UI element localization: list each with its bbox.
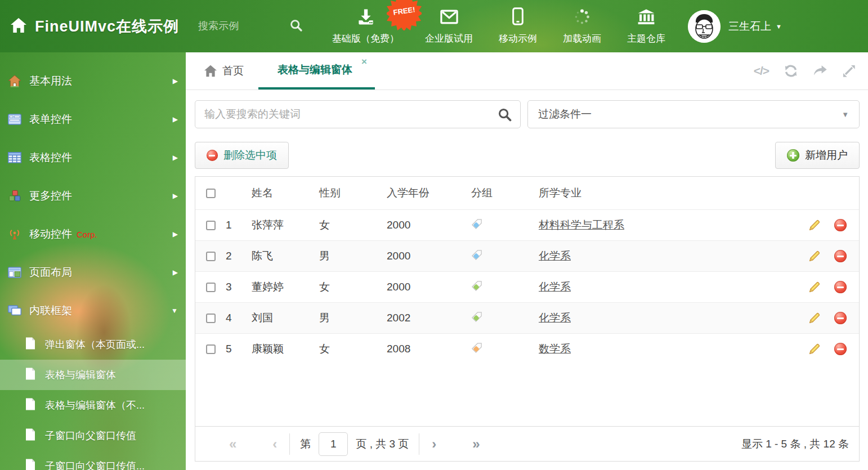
col-name[interactable]: 姓名: [252, 186, 319, 200]
file-icon: [25, 397, 36, 413]
prev-page-button[interactable]: ‹: [270, 436, 279, 452]
add-user-button[interactable]: 新增用户: [775, 142, 860, 169]
keyword-search-input[interactable]: [195, 100, 521, 128]
next-page-button[interactable]: ›: [429, 436, 439, 452]
delete-row-icon[interactable]: [834, 219, 847, 231]
major-link[interactable]: 化学系: [539, 281, 571, 293]
col-year[interactable]: 入学年份: [387, 186, 471, 200]
avatar[interactable]: [688, 10, 721, 43]
major-link[interactable]: 材料科学与工程系: [539, 219, 624, 231]
free-badge: FREE!: [387, 0, 422, 30]
users-grid: 姓名 性别 入学年份 分组 所学专业 1 张萍萍 女 2000 材料科学与工程系: [195, 176, 860, 462]
row-number: 5: [226, 343, 252, 355]
chevron-right-icon: ▶: [173, 192, 178, 200]
edit-pencil-icon[interactable]: [808, 312, 821, 324]
edit-pencil-icon[interactable]: [808, 219, 821, 231]
row-checkbox[interactable]: [206, 344, 216, 354]
tag-icon: [471, 313, 482, 325]
table-row[interactable]: 1 张萍萍 女 2000 材料科学与工程系: [195, 209, 859, 240]
cell-year: 2000: [387, 281, 471, 293]
tag-icon: [471, 282, 482, 294]
edit-pencil-icon[interactable]: [808, 250, 821, 262]
col-major[interactable]: 所学专业: [539, 186, 786, 200]
delete-row-icon[interactable]: [834, 343, 847, 355]
table-row[interactable]: 4 刘国 男 2002 化学系: [195, 302, 859, 333]
page-label-before: 第: [300, 437, 311, 451]
nav-enterprise-trial[interactable]: 企业版试用: [425, 8, 473, 45]
last-page-button[interactable]: »: [470, 436, 482, 452]
col-group[interactable]: 分组: [471, 186, 539, 200]
sidebar-subitem-grid-edit-window[interactable]: 表格与编辑窗体: [0, 360, 186, 390]
main-content: 首页 表格与编辑窗体 × </>: [186, 52, 868, 470]
sidebar-item-more-controls[interactable]: 更多控件 ▶: [0, 181, 186, 211]
nav-theme-store[interactable]: 主题仓库: [627, 8, 665, 45]
row-checkbox[interactable]: [206, 283, 216, 292]
home-icon[interactable]: [10, 17, 27, 35]
user-menu[interactable]: 三生石上 ▼: [688, 10, 782, 43]
edit-pencil-icon[interactable]: [808, 343, 821, 355]
share-icon[interactable]: [813, 64, 827, 78]
cell-gender: 女: [319, 218, 387, 232]
row-number: 4: [226, 312, 252, 324]
row-checkbox[interactable]: [206, 252, 216, 261]
expand-icon[interactable]: [842, 64, 856, 78]
tab-home[interactable]: 首页: [189, 52, 258, 89]
antenna-icon: [8, 227, 21, 241]
first-page-button[interactable]: «: [227, 436, 239, 452]
col-gender[interactable]: 性别: [319, 186, 387, 200]
major-link[interactable]: 化学系: [539, 312, 571, 324]
select-all-checkbox[interactable]: [206, 189, 216, 198]
table-row[interactable]: 2 陈飞 男 2000 化学系: [195, 240, 859, 271]
sidebar-item-mobile-controls[interactable]: 移动控件 Corp. ▶: [0, 219, 186, 249]
sidebar-item-inline-frame[interactable]: 内联框架 ▼: [0, 296, 186, 326]
sidebar-item-page-layout[interactable]: 页面布局 ▶: [0, 257, 186, 288]
search-icon[interactable]: [289, 19, 303, 34]
nav-loading-anim[interactable]: 加载动画: [563, 8, 601, 45]
file-icon: [25, 337, 36, 352]
cell-name: 董婷婷: [252, 280, 319, 294]
sidebar-item-basic-usage[interactable]: 基本用法 ▶: [0, 66, 186, 96]
delete-row-icon[interactable]: [834, 281, 847, 293]
header-search-input[interactable]: [198, 20, 283, 32]
sidebar-subitem-child-to-parent-2[interactable]: 子窗口向父窗口传值...: [0, 451, 186, 470]
page-number-input[interactable]: [319, 432, 348, 456]
chevron-right-icon: ▶: [173, 115, 178, 123]
edit-pencil-icon[interactable]: [808, 281, 821, 293]
pagination-bar: « ‹ 第 页 , 共 3 页 › » 显示 1 - 5 条 , 共 12 条: [195, 426, 859, 461]
cell-name: 康颖颖: [252, 342, 319, 356]
grid-toolbar: 删除选中项 新增用户: [186, 128, 868, 169]
cell-gender: 男: [319, 249, 387, 263]
app-window: FineUIMvc在线示例 FREE! 基础版（免费） 企业版试用: [0, 0, 868, 470]
sidebar-subitem-popup-window[interactable]: 弹出窗体（本页面或...: [0, 329, 186, 360]
tab-tools: </>: [754, 52, 868, 89]
cell-gender: 女: [319, 280, 387, 294]
row-checkbox[interactable]: [206, 314, 216, 323]
major-link[interactable]: 数学系: [539, 343, 571, 355]
sidebar-item-grid-controls[interactable]: 表格控件 ▶: [0, 142, 186, 173]
row-number: 2: [226, 250, 252, 262]
major-link[interactable]: 化学系: [539, 250, 571, 262]
app-title: FineUIMvc在线示例: [35, 16, 179, 37]
delete-selected-button[interactable]: 删除选中项: [195, 142, 289, 169]
phone-icon: [512, 7, 524, 28]
sidebar-subitem-child-to-parent[interactable]: 子窗口向父窗口传值: [0, 420, 186, 451]
source-code-icon[interactable]: </>: [754, 64, 769, 78]
header-search: [198, 19, 303, 34]
sidebar-item-form-controls[interactable]: 表单控件 ▶: [0, 104, 186, 135]
sidebar-subitem-grid-edit-window-no[interactable]: 表格与编辑窗体（不...: [0, 390, 186, 420]
refresh-icon[interactable]: [784, 64, 798, 78]
file-icon: [25, 458, 36, 470]
filter-dropdown[interactable]: 过滤条件一 ▼: [527, 100, 860, 128]
table-row[interactable]: 3 董婷婷 女 2000 化学系: [195, 271, 859, 302]
table-row[interactable]: 5 康颖颖 女 2008 数学系: [195, 333, 859, 364]
tab-grid-edit-window[interactable]: 表格与编辑窗体 ×: [258, 52, 375, 89]
delete-row-icon[interactable]: [834, 250, 847, 262]
cubes-icon: [8, 189, 21, 203]
row-checkbox[interactable]: [206, 221, 216, 230]
search-icon[interactable]: [498, 108, 512, 124]
nav-mobile-demo[interactable]: 移动示例: [499, 7, 537, 45]
delete-row-icon[interactable]: [834, 312, 847, 324]
chevron-right-icon: ▶: [173, 154, 178, 162]
cell-gender: 男: [319, 311, 387, 325]
close-icon[interactable]: ×: [361, 57, 367, 66]
